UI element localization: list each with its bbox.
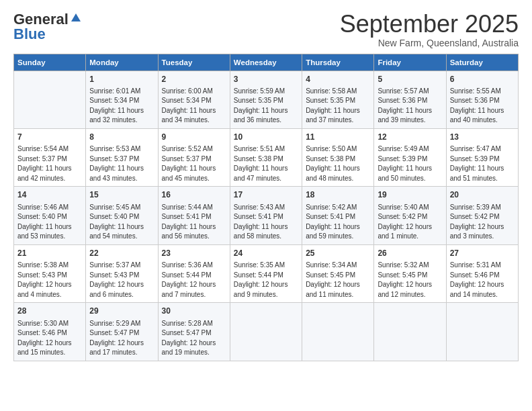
day-number: 16	[162, 189, 226, 201]
cell-content: Sunrise: 5:30 AMSunset: 5:46 PMDaylight:…	[17, 319, 82, 358]
cell-content: Sunrise: 5:37 AMSunset: 5:43 PMDaylight:…	[89, 261, 154, 300]
calendar-cell: 16Sunrise: 5:44 AMSunset: 5:41 PMDayligh…	[158, 187, 230, 244]
calendar-cell: 7Sunrise: 5:54 AMSunset: 5:37 PMDaylight…	[14, 128, 86, 186]
day-number: 21	[17, 248, 82, 259]
day-number: 2	[162, 74, 226, 85]
day-number: 27	[450, 248, 515, 259]
cell-content: Sunrise: 5:45 AMSunset: 5:40 PMDaylight:…	[89, 203, 154, 242]
calendar-cell: 23Sunrise: 5:36 AMSunset: 5:44 PMDayligh…	[158, 244, 230, 302]
logo-icon	[70, 12, 82, 24]
calendar-cell	[14, 71, 86, 128]
cell-content: Sunrise: 6:01 AMSunset: 5:34 PMDaylight:…	[89, 87, 154, 126]
calendar-cell: 15Sunrise: 5:45 AMSunset: 5:40 PMDayligh…	[86, 187, 158, 244]
day-number: 28	[17, 306, 82, 317]
day-number: 29	[89, 306, 154, 317]
day-of-week-header: Saturday	[446, 54, 518, 71]
cell-content: Sunrise: 5:38 AMSunset: 5:43 PMDaylight:…	[17, 261, 82, 300]
day-of-week-header: Sunday	[14, 54, 86, 71]
day-number: 8	[89, 132, 154, 143]
calendar-cell: 20Sunrise: 5:39 AMSunset: 5:42 PMDayligh…	[446, 187, 518, 244]
cell-content: Sunrise: 5:35 AMSunset: 5:44 PMDaylight:…	[234, 261, 298, 300]
day-number: 9	[162, 132, 226, 143]
day-number: 1	[89, 74, 154, 85]
logo-blue-text: Blue	[13, 26, 46, 43]
day-number: 25	[306, 248, 370, 259]
day-number: 22	[89, 248, 154, 259]
cell-content: Sunrise: 5:46 AMSunset: 5:40 PMDaylight:…	[17, 203, 82, 242]
day-number: 5	[378, 74, 442, 85]
cell-content: Sunrise: 5:42 AMSunset: 5:41 PMDaylight:…	[306, 203, 370, 242]
day-number: 17	[234, 189, 298, 201]
cell-content: Sunrise: 5:32 AMSunset: 5:45 PMDaylight:…	[378, 261, 442, 300]
calendar-cell	[302, 303, 374, 361]
day-number: 15	[89, 189, 154, 201]
cell-content: Sunrise: 5:43 AMSunset: 5:41 PMDaylight:…	[234, 203, 298, 242]
day-number: 10	[234, 132, 298, 143]
calendar-cell: 5Sunrise: 5:57 AMSunset: 5:36 PMDaylight…	[374, 71, 446, 128]
day-number: 20	[450, 189, 515, 201]
month-title: September 2025	[340, 11, 519, 38]
cell-content: Sunrise: 5:49 AMSunset: 5:39 PMDaylight:…	[378, 144, 442, 183]
cell-content: Sunrise: 5:47 AMSunset: 5:39 PMDaylight:…	[450, 144, 515, 183]
day-of-week-header: Monday	[86, 54, 158, 71]
calendar-cell: 13Sunrise: 5:47 AMSunset: 5:39 PMDayligh…	[446, 128, 518, 186]
day-number: 6	[450, 74, 515, 85]
calendar-cell: 12Sunrise: 5:49 AMSunset: 5:39 PMDayligh…	[374, 128, 446, 186]
cell-content: Sunrise: 5:59 AMSunset: 5:35 PMDaylight:…	[234, 87, 298, 126]
calendar-cell: 22Sunrise: 5:37 AMSunset: 5:43 PMDayligh…	[86, 244, 158, 302]
day-number: 12	[378, 132, 442, 143]
calendar-cell: 3Sunrise: 5:59 AMSunset: 5:35 PMDaylight…	[230, 71, 302, 128]
cell-content: Sunrise: 6:00 AMSunset: 5:34 PMDaylight:…	[162, 87, 226, 126]
calendar-week-row: 14Sunrise: 5:46 AMSunset: 5:40 PMDayligh…	[14, 187, 519, 244]
calendar-cell: 8Sunrise: 5:53 AMSunset: 5:37 PMDaylight…	[86, 128, 158, 186]
cell-content: Sunrise: 5:36 AMSunset: 5:44 PMDaylight:…	[162, 261, 226, 300]
calendar-cell: 21Sunrise: 5:38 AMSunset: 5:43 PMDayligh…	[14, 244, 86, 302]
day-number: 18	[306, 189, 370, 201]
cell-content: Sunrise: 5:50 AMSunset: 5:38 PMDaylight:…	[306, 144, 370, 183]
calendar-cell: 6Sunrise: 5:55 AMSunset: 5:36 PMDaylight…	[446, 71, 518, 128]
cell-content: Sunrise: 5:54 AMSunset: 5:37 PMDaylight:…	[17, 144, 82, 183]
calendar-cell: 24Sunrise: 5:35 AMSunset: 5:44 PMDayligh…	[230, 244, 302, 302]
day-number: 4	[306, 74, 370, 85]
cell-content: Sunrise: 5:28 AMSunset: 5:47 PMDaylight:…	[162, 319, 226, 358]
calendar-cell: 9Sunrise: 5:52 AMSunset: 5:37 PMDaylight…	[158, 128, 230, 186]
cell-content: Sunrise: 5:29 AMSunset: 5:47 PMDaylight:…	[89, 319, 154, 358]
cell-content: Sunrise: 5:55 AMSunset: 5:36 PMDaylight:…	[450, 87, 515, 126]
calendar-cell: 11Sunrise: 5:50 AMSunset: 5:38 PMDayligh…	[302, 128, 374, 186]
logo: General Blue	[13, 11, 82, 43]
calendar-cell: 26Sunrise: 5:32 AMSunset: 5:45 PMDayligh…	[374, 244, 446, 302]
calendar-week-row: 1Sunrise: 6:01 AMSunset: 5:34 PMDaylight…	[14, 71, 519, 128]
calendar-week-row: 28Sunrise: 5:30 AMSunset: 5:46 PMDayligh…	[14, 303, 519, 361]
calendar-cell	[230, 303, 302, 361]
cell-content: Sunrise: 5:40 AMSunset: 5:42 PMDaylight:…	[378, 203, 442, 242]
calendar-table: SundayMondayTuesdayWednesdayThursdayFrid…	[13, 54, 519, 361]
calendar-cell: 10Sunrise: 5:51 AMSunset: 5:38 PMDayligh…	[230, 128, 302, 186]
cell-content: Sunrise: 5:31 AMSunset: 5:46 PMDaylight:…	[450, 261, 515, 300]
calendar-cell: 27Sunrise: 5:31 AMSunset: 5:46 PMDayligh…	[446, 244, 518, 302]
day-number: 24	[234, 248, 298, 259]
calendar-cell: 29Sunrise: 5:29 AMSunset: 5:47 PMDayligh…	[86, 303, 158, 361]
calendar-cell: 18Sunrise: 5:42 AMSunset: 5:41 PMDayligh…	[302, 187, 374, 244]
cell-content: Sunrise: 5:39 AMSunset: 5:42 PMDaylight:…	[450, 203, 515, 242]
day-number: 3	[234, 74, 298, 85]
cell-content: Sunrise: 5:57 AMSunset: 5:36 PMDaylight:…	[378, 87, 442, 126]
calendar-cell: 19Sunrise: 5:40 AMSunset: 5:42 PMDayligh…	[374, 187, 446, 244]
day-number: 26	[378, 248, 442, 259]
day-number: 30	[162, 306, 226, 317]
cell-content: Sunrise: 5:34 AMSunset: 5:45 PMDaylight:…	[306, 261, 370, 300]
calendar-cell: 25Sunrise: 5:34 AMSunset: 5:45 PMDayligh…	[302, 244, 374, 302]
cell-content: Sunrise: 5:52 AMSunset: 5:37 PMDaylight:…	[162, 144, 226, 183]
calendar-week-row: 7Sunrise: 5:54 AMSunset: 5:37 PMDaylight…	[14, 128, 519, 186]
day-of-week-header: Tuesday	[158, 54, 230, 71]
day-number: 23	[162, 248, 226, 259]
day-number: 11	[306, 132, 370, 143]
calendar-cell: 4Sunrise: 5:58 AMSunset: 5:35 PMDaylight…	[302, 71, 374, 128]
calendar-week-row: 21Sunrise: 5:38 AMSunset: 5:43 PMDayligh…	[14, 244, 519, 302]
title-block: September 2025 New Farm, Queensland, Aus…	[340, 11, 519, 48]
day-of-week-header: Wednesday	[230, 54, 302, 71]
day-number: 13	[450, 132, 515, 143]
calendar-cell: 30Sunrise: 5:28 AMSunset: 5:47 PMDayligh…	[158, 303, 230, 361]
calendar-cell	[374, 303, 446, 361]
calendar-header-row: SundayMondayTuesdayWednesdayThursdayFrid…	[14, 54, 519, 71]
page-header: General Blue September 2025 New Farm, Qu…	[13, 11, 519, 48]
